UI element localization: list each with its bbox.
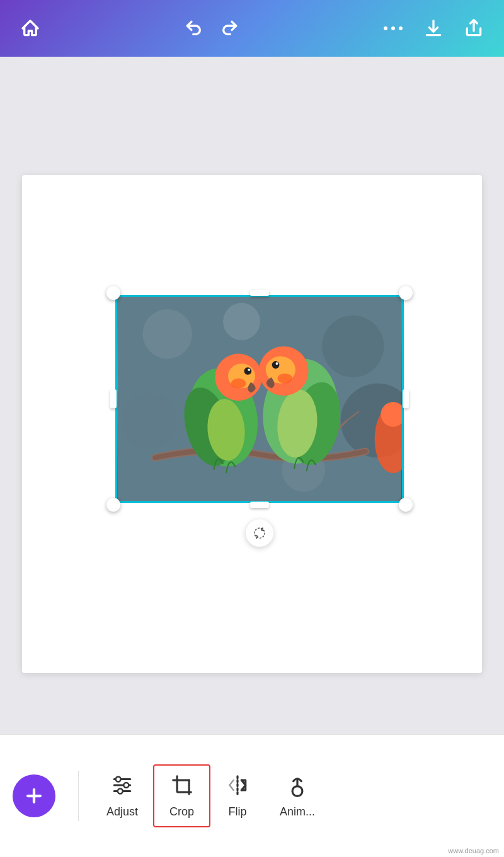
image-wrapper[interactable] — [115, 295, 404, 503]
share-button[interactable] — [459, 13, 489, 43]
toolbar: Adjust Crop Flip — [0, 734, 504, 857]
crop-icon-svg — [170, 773, 194, 797]
crop-handle-bottom-right[interactable] — [399, 498, 413, 512]
home-icon — [20, 18, 40, 38]
crop-handle-left-mid[interactable] — [110, 389, 117, 408]
header-right — [378, 13, 489, 43]
svg-point-39 — [118, 789, 123, 794]
flip-icon — [226, 773, 249, 800]
svg-point-38 — [123, 783, 129, 788]
crop-handle-top-mid[interactable] — [250, 290, 269, 296]
crop-label: Crop — [169, 805, 194, 819]
undo-icon — [184, 18, 204, 38]
svg-point-20 — [248, 368, 250, 371]
more-icon — [383, 25, 403, 32]
svg-point-2 — [399, 26, 403, 30]
toolbar-item-animate[interactable]: Anim... — [265, 766, 330, 826]
redo-icon — [219, 18, 239, 38]
crop-handle-bottom-mid[interactable] — [250, 502, 269, 508]
download-button[interactable] — [418, 13, 449, 43]
parrot-image — [117, 297, 402, 501]
crop-handle-bottom-left[interactable] — [106, 498, 120, 512]
home-button[interactable] — [15, 13, 45, 43]
header — [0, 0, 504, 57]
animate-label: Anim... — [280, 805, 315, 819]
rotate-handle[interactable] — [246, 519, 273, 547]
crop-handle-top-left[interactable] — [106, 286, 120, 300]
svg-point-29 — [277, 373, 292, 383]
animate-icon-svg — [285, 773, 309, 797]
add-button[interactable] — [13, 774, 55, 817]
svg-point-21 — [231, 378, 246, 388]
share-icon — [464, 18, 484, 38]
undo-button[interactable] — [179, 13, 209, 43]
adjust-icon-svg — [110, 773, 134, 797]
image-content — [115, 295, 404, 503]
redo-button[interactable] — [214, 13, 244, 43]
adjust-icon — [110, 773, 134, 800]
adjust-label: Adjust — [106, 805, 138, 819]
parrot-svg — [117, 297, 402, 501]
svg-point-46 — [292, 786, 302, 797]
svg-point-45 — [188, 779, 190, 781]
flip-label: Flip — [229, 805, 247, 819]
toolbar-item-crop[interactable]: Crop — [153, 764, 210, 827]
crop-handle-right-mid[interactable] — [403, 389, 409, 408]
animate-icon — [285, 773, 309, 800]
crop-icon — [170, 773, 194, 800]
svg-point-37 — [116, 777, 121, 782]
header-history — [179, 13, 244, 43]
svg-point-4 — [142, 309, 192, 359]
main-area — [0, 57, 504, 791]
more-button[interactable] — [378, 13, 408, 43]
add-icon — [23, 785, 45, 807]
svg-point-6 — [322, 315, 384, 377]
svg-point-27 — [272, 361, 280, 369]
watermark: www.deuag.com — [448, 847, 499, 854]
flip-icon-svg — [226, 773, 249, 797]
svg-point-1 — [391, 26, 395, 30]
header-left — [15, 13, 45, 43]
svg-point-28 — [276, 362, 278, 365]
svg-point-19 — [244, 367, 251, 374]
rotate-icon — [252, 526, 267, 541]
svg-rect-40 — [177, 780, 189, 792]
canvas-container — [22, 175, 482, 673]
svg-point-8 — [121, 393, 176, 448]
toolbar-item-adjust[interactable]: Adjust — [91, 766, 153, 826]
toolbar-divider — [78, 771, 79, 821]
svg-point-5 — [223, 302, 260, 340]
toolbar-item-flip[interactable]: Flip — [210, 766, 265, 826]
crop-handle-top-right[interactable] — [399, 286, 413, 300]
svg-point-0 — [384, 26, 387, 30]
download-icon — [423, 18, 444, 38]
